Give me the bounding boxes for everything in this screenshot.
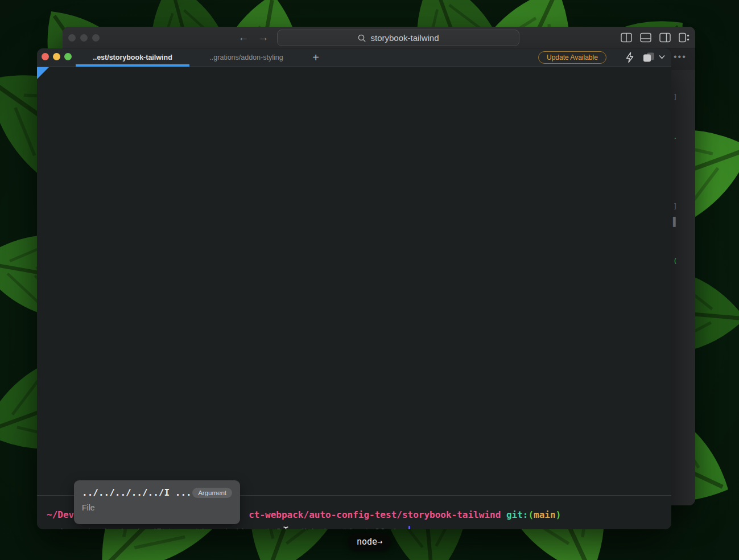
inactive-traffic-lights	[68, 34, 100, 42]
prompt-paren-close: )	[556, 509, 562, 520]
close-button[interactable]	[42, 53, 49, 60]
sliver-cursor-block: ▌	[673, 217, 678, 227]
back-button[interactable]: ←	[236, 30, 251, 45]
more-options-icon[interactable]: •••	[674, 54, 687, 60]
prompt-git-label: git:	[501, 509, 528, 520]
sliver-glyph: ]	[673, 202, 678, 211]
prompt-git-branch: main	[534, 509, 556, 520]
minimize-button[interactable]	[53, 53, 60, 60]
chevron-down-icon[interactable]	[658, 54, 666, 60]
split-columns-icon[interactable]	[620, 31, 632, 43]
command-program: node	[47, 527, 69, 529]
desktop: ← → storybook-tailwind	[0, 0, 739, 560]
text-caret	[408, 526, 410, 529]
layout-grid-icon[interactable]	[678, 31, 690, 43]
tab-label: ..grations/addon-styling	[209, 53, 283, 61]
browser-toolbar: ← → storybook-tailwind	[63, 27, 695, 48]
toolbar-layout-icons	[620, 31, 690, 43]
tooltip-path: ../../../../../I ...	[82, 487, 192, 498]
inactive-close-button[interactable]	[68, 34, 76, 42]
search-icon	[357, 34, 366, 43]
prompt-path-right: ct-webpack/auto-config-test/storybook-ta…	[249, 509, 501, 520]
bookmark-corner-triangle	[37, 67, 49, 79]
tab-storybook-tailwind[interactable]: ..est/storybook-tailwind	[76, 48, 189, 67]
inactive-minimize-button[interactable]	[80, 34, 88, 42]
tab-label: ..est/storybook-tailwind	[93, 53, 172, 61]
forward-button[interactable]: →	[256, 30, 271, 45]
panes-icon[interactable]	[642, 52, 656, 63]
tab-addon-styling[interactable]: ..grations/addon-styling	[189, 48, 303, 67]
update-available-button[interactable]: Update Available	[538, 51, 606, 64]
new-tab-button[interactable]: +	[309, 51, 323, 64]
ibeam-mouse-cursor	[282, 526, 290, 529]
zoom-button[interactable]	[64, 53, 72, 60]
sliver-glyph: ·	[673, 134, 678, 142]
lightning-icon[interactable]	[624, 52, 635, 63]
command-input-line[interactable]: node ../../../../../Integrations/addon-s…	[47, 526, 403, 529]
terminal-tabbar: ..est/storybook-tailwind ..grations/addo…	[37, 48, 671, 67]
sliver-glyph: (	[673, 257, 678, 265]
tooltip-argument-badge: Argument	[192, 488, 232, 498]
terminal-window: ..est/storybook-tailwind ..grations/addo…	[37, 48, 671, 529]
search-address-field[interactable]: storybook-tailwind	[277, 30, 519, 46]
autocomplete-tooltip: ../../../../../I ... Argument File	[74, 480, 240, 524]
split-bottom-icon[interactable]	[639, 31, 651, 43]
split-right-icon[interactable]	[659, 31, 671, 43]
search-value: storybook-tailwind	[370, 33, 439, 43]
tooltip-file-label: File	[82, 503, 232, 512]
prompt-paren-open: (	[528, 509, 534, 520]
traffic-lights	[42, 53, 72, 60]
prompt-path-left: ~/Dev	[47, 509, 74, 520]
inactive-zoom-button[interactable]	[92, 34, 100, 42]
command-argument: ../../../../../Integrations/addon-stylin…	[69, 527, 403, 529]
floating-command-pill[interactable]: node→	[348, 533, 391, 550]
terminal-pane[interactable]: ~/Devct-webpack/auto-config-test/storybo…	[37, 67, 671, 529]
sliver-glyph: ]	[673, 93, 678, 101]
